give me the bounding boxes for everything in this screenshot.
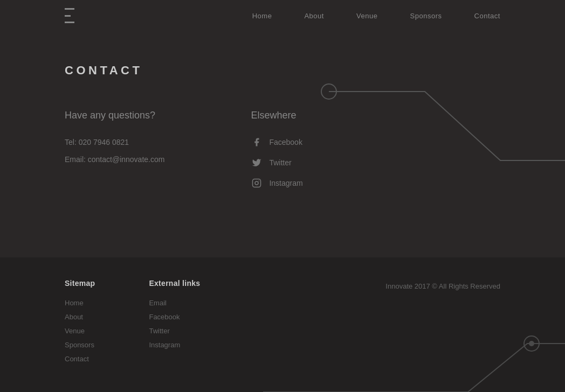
nav-item-contact[interactable]: Contact: [474, 11, 500, 20]
footer-cols: Sitemap Home About Venue Sponsors Contac…: [65, 279, 200, 363]
facebook-label: Facebook: [269, 138, 302, 146]
nav-item-sponsors[interactable]: Sponsors: [410, 11, 442, 20]
contact-content: Have any questions? Tel: 020 7946 0821 E…: [65, 110, 500, 189]
questions-heading: Have any questions?: [65, 110, 164, 121]
external-instagram[interactable]: Instagram: [149, 340, 200, 349]
twitter-icon: [251, 157, 263, 169]
sitemap-list: Home About Venue Sponsors Contact: [65, 298, 95, 363]
sitemap-home[interactable]: Home: [65, 298, 95, 307]
footer: Sitemap Home About Venue Sponsors Contac…: [0, 257, 565, 392]
svg-point-4: [524, 336, 539, 351]
sitemap-contact[interactable]: Contact: [65, 354, 95, 363]
sitemap-sponsors[interactable]: Sponsors: [65, 340, 95, 349]
twitter-link[interactable]: Twitter: [251, 157, 302, 169]
svg-point-0: [321, 84, 336, 99]
external-list: Email Facebook Twitter Instagram: [149, 298, 200, 349]
elsewhere-heading: Elsewhere: [251, 110, 302, 121]
external-heading: External links: [149, 279, 200, 288]
svg-point-3: [259, 180, 260, 181]
sitemap-col: Sitemap Home About Venue Sponsors Contac…: [65, 279, 95, 363]
contact-left: Have any questions? Tel: 020 7946 0821 E…: [65, 110, 164, 189]
external-twitter[interactable]: Twitter: [149, 326, 200, 335]
social-links: Facebook Twitter: [251, 136, 302, 189]
contact-section: CONTACT Have any questions? Tel: 020 794…: [0, 31, 565, 257]
contact-right: Elsewhere Facebook: [251, 110, 302, 189]
instagram-link[interactable]: Instagram: [251, 177, 302, 189]
contact-email: Email: contact@innovate.com: [65, 153, 164, 165]
facebook-icon: [251, 136, 263, 148]
external-col: External links Email Facebook Twitter In…: [149, 279, 200, 363]
nav-item-about[interactable]: About: [304, 11, 324, 20]
external-facebook[interactable]: Facebook: [149, 312, 200, 321]
logo-icon: [65, 8, 74, 23]
logo[interactable]: [65, 8, 74, 23]
sitemap-about[interactable]: About: [65, 312, 95, 321]
svg-rect-1: [253, 179, 261, 187]
nav-item-home[interactable]: Home: [252, 11, 272, 20]
main-nav: Home About Venue Sponsors Contact: [0, 0, 565, 31]
contact-tel: Tel: 020 7946 0821: [65, 136, 164, 148]
svg-point-2: [255, 181, 258, 185]
contact-title: CONTACT: [65, 64, 500, 78]
instagram-icon: [251, 177, 263, 189]
footer-copyright: Innovate 2017 © All Rights Reserved: [385, 282, 500, 290]
instagram-label: Instagram: [269, 179, 302, 187]
svg-point-5: [529, 341, 534, 346]
footer-top: Sitemap Home About Venue Sponsors Contac…: [65, 279, 500, 363]
twitter-label: Twitter: [269, 158, 291, 167]
external-email[interactable]: Email: [149, 298, 200, 307]
sitemap-heading: Sitemap: [65, 279, 95, 288]
nav-links: Home About Venue Sponsors Contact: [252, 11, 500, 20]
nav-item-venue[interactable]: Venue: [356, 11, 377, 20]
facebook-link[interactable]: Facebook: [251, 136, 302, 148]
sitemap-venue[interactable]: Venue: [65, 326, 95, 335]
